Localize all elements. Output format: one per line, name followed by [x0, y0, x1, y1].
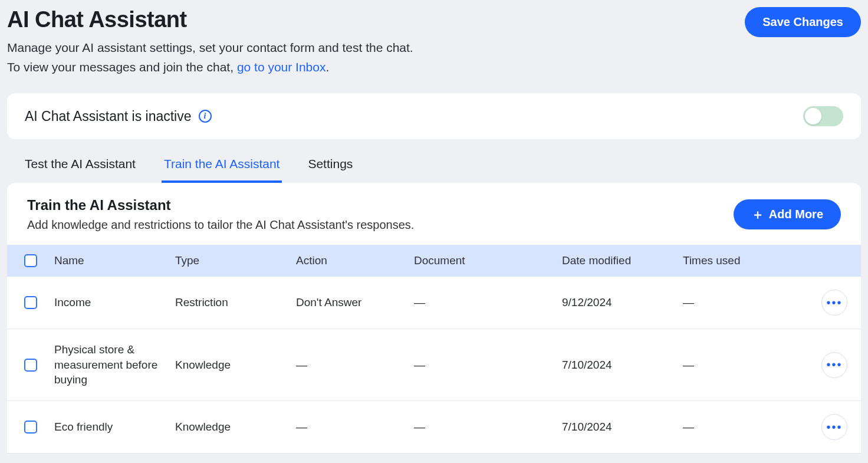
- tab-test-ai-label: Test the AI Assistant: [25, 157, 136, 170]
- activate-toggle[interactable]: [803, 106, 843, 126]
- table-row: Eco friendly Knowledge — — 7/10/2024 — •…: [7, 401, 861, 454]
- row-actions-button[interactable]: •••: [821, 352, 847, 378]
- row-action: —: [296, 359, 414, 372]
- tab-train-ai[interactable]: Train the AI Assistant: [162, 149, 282, 183]
- panel-header-text: Train the AI Assistant Add knowledge and…: [27, 197, 414, 232]
- row-checkbox[interactable]: [24, 359, 37, 372]
- row-date-modified: 7/10/2024: [562, 359, 683, 372]
- save-changes-button[interactable]: Save Changes: [745, 7, 861, 37]
- row-name: Income: [54, 295, 160, 310]
- toggle-knob: [805, 108, 821, 124]
- tabs: Test the AI Assistant Train the AI Assis…: [7, 149, 861, 183]
- status-text: AI Chat Assistant is inactive: [25, 109, 192, 124]
- row-actions-button[interactable]: •••: [821, 414, 847, 440]
- row-type: Knowledge: [175, 359, 296, 372]
- subtitle-line2-prefix: To view your messages and join the chat,: [7, 60, 237, 74]
- panel-title: Train the AI Assistant: [27, 197, 414, 214]
- save-changes-label: Save Changes: [762, 15, 843, 29]
- col-date-modified[interactable]: Date modified: [562, 254, 683, 267]
- page-title: AI Chat Assistant: [7, 7, 413, 32]
- row-document: —: [414, 296, 562, 309]
- plus-icon: ＋: [751, 208, 764, 221]
- row-times-used: —: [683, 359, 808, 372]
- tab-settings[interactable]: Settings: [305, 149, 355, 183]
- row-times-used: —: [683, 296, 808, 309]
- panel-subtitle: Add knowledge and restrictions to tailor…: [27, 218, 414, 232]
- row-checkbox[interactable]: [24, 421, 37, 434]
- col-action[interactable]: Action: [296, 254, 414, 267]
- col-type[interactable]: Type: [175, 254, 296, 267]
- status-left: AI Chat Assistant is inactive i: [25, 109, 212, 124]
- row-date-modified: 9/12/2024: [562, 296, 683, 309]
- knowledge-table: Name Type Action Document Date modified …: [7, 245, 861, 454]
- add-more-label: Add More: [769, 208, 823, 221]
- info-icon[interactable]: i: [199, 110, 212, 123]
- add-more-button[interactable]: ＋ Add More: [734, 199, 841, 229]
- row-times-used: —: [683, 421, 808, 434]
- row-checkbox[interactable]: [24, 296, 37, 309]
- status-card: AI Chat Assistant is inactive i: [7, 93, 861, 139]
- table-header-row: Name Type Action Document Date modified …: [7, 245, 861, 277]
- table-row: Physical store & measurement before buyi…: [7, 329, 861, 401]
- train-panel: Train the AI Assistant Add knowledge and…: [7, 183, 861, 454]
- tab-test-ai[interactable]: Test the AI Assistant: [22, 149, 138, 183]
- row-type: Restriction: [175, 296, 296, 309]
- header-text-block: AI Chat Assistant Manage your AI assista…: [7, 7, 413, 77]
- select-all-checkbox[interactable]: [24, 254, 37, 267]
- more-icon: •••: [826, 358, 842, 372]
- row-name: Eco friendly: [54, 419, 160, 435]
- row-document: —: [414, 359, 562, 372]
- more-icon: •••: [826, 421, 842, 434]
- inbox-link[interactable]: go to your Inbox: [237, 60, 326, 74]
- row-actions-button[interactable]: •••: [821, 290, 847, 316]
- subtitle-suffix: .: [326, 60, 329, 74]
- row-document: —: [414, 421, 562, 434]
- row-date-modified: 7/10/2024: [562, 421, 683, 434]
- col-document[interactable]: Document: [414, 254, 562, 267]
- page-subtitle: Manage your AI assistant settings, set y…: [7, 38, 413, 77]
- col-name[interactable]: Name: [54, 254, 175, 267]
- more-icon: •••: [826, 296, 842, 310]
- row-type: Knowledge: [175, 421, 296, 434]
- row-action: Don't Answer: [296, 296, 414, 309]
- subtitle-line1: Manage your AI assistant settings, set y…: [7, 41, 413, 54]
- tab-settings-label: Settings: [308, 157, 353, 170]
- row-action: —: [296, 421, 414, 434]
- row-name: Physical store & measurement before buyi…: [54, 342, 160, 388]
- page-header: AI Chat Assistant Manage your AI assista…: [7, 7, 861, 77]
- panel-header: Train the AI Assistant Add knowledge and…: [7, 183, 861, 245]
- table-row: Income Restriction Don't Answer — 9/12/2…: [7, 277, 861, 329]
- tab-train-ai-label: Train the AI Assistant: [164, 157, 280, 170]
- col-times-used[interactable]: Times used: [683, 254, 808, 267]
